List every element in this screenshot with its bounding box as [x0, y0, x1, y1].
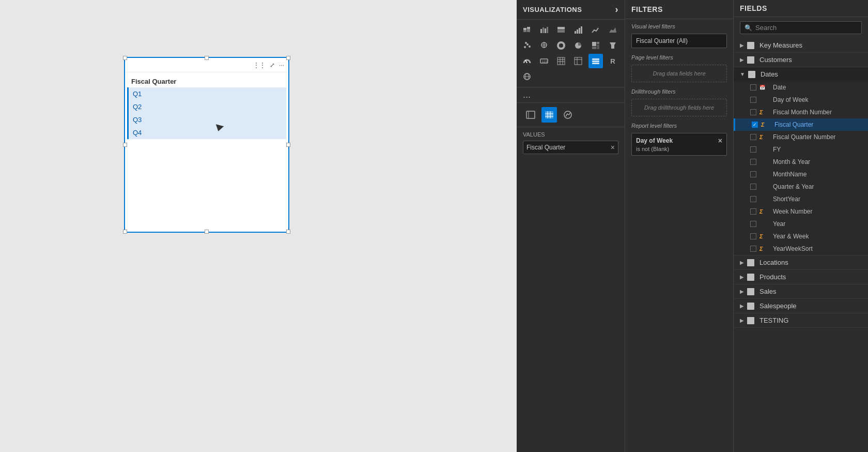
viz-icon-bar-chart[interactable]	[571, 23, 585, 37]
locations-icon	[747, 259, 754, 266]
field-item-quarter-year[interactable]: Quarter & Year	[734, 180, 868, 193]
year-week-checkbox[interactable]	[750, 233, 756, 239]
values-field-close[interactable]: ×	[611, 143, 615, 152]
report-filter-item[interactable]: Day of Week × is not (Blank)	[631, 133, 727, 156]
field-group-testing: ▶ TESTING	[734, 313, 868, 328]
viz-type-field[interactable]	[541, 107, 557, 123]
field-item-date[interactable]: 📅 Date	[734, 81, 868, 94]
products-icon	[747, 274, 754, 281]
field-item-monthname[interactable]: MonthName	[734, 168, 868, 180]
visual-move-icon[interactable]: ⋮⋮	[253, 62, 266, 69]
yearweeksort-label: YearWeekSort	[773, 245, 813, 252]
viz-icon-funnel[interactable]	[606, 38, 620, 53]
fields-search-box[interactable]: 🔍	[740, 21, 862, 34]
field-group-products-header[interactable]: ▶ Products	[734, 270, 868, 284]
month-year-checkbox[interactable]	[750, 159, 756, 165]
resize-handle-bm[interactable]	[205, 230, 209, 234]
visual-header: ⋮⋮ ⤢ ···	[125, 58, 288, 72]
year-checkbox[interactable]	[750, 221, 756, 227]
field-item-fiscal-quarter[interactable]: ✓ Σ Fiscal Quarter	[734, 118, 868, 131]
viz-icon-gauge[interactable]	[520, 54, 534, 68]
fiscal-month-number-checkbox[interactable]	[750, 109, 756, 115]
day-of-week-checkbox[interactable]	[750, 97, 756, 103]
visual-level-chip[interactable]: Fiscal Quarter (All)	[631, 34, 727, 48]
viz-icon-clustered-bar[interactable]	[537, 23, 551, 37]
visualizations-title: VISUALIZATIONS	[523, 6, 582, 13]
field-group-salespeople-header[interactable]: ▶ Salespeople	[734, 299, 868, 313]
fiscal-quarter-number-checkbox[interactable]	[750, 134, 756, 140]
field-group-key-measures-header[interactable]: ▶ Key Measures	[734, 38, 868, 52]
field-group-dates-header[interactable]: ▼ Dates	[734, 67, 868, 81]
viz-more[interactable]: ...	[517, 87, 625, 103]
locations-label: Locations	[760, 259, 788, 266]
field-item-shortyear[interactable]: ShortYear	[734, 193, 868, 205]
slicer-visual[interactable]: ⋮⋮ ⤢ ··· Fiscal Quarter Q1 Q2 Q3 Q4	[124, 57, 289, 233]
viz-icon-100-bar[interactable]	[554, 23, 568, 37]
field-group-testing-header[interactable]: ▶ TESTING	[734, 313, 868, 327]
resize-handle-tr[interactable]	[286, 56, 290, 60]
shortyear-checkbox[interactable]	[750, 196, 756, 202]
viz-icon-card[interactable]: 123	[537, 54, 551, 68]
week-number-checkbox[interactable]	[750, 208, 756, 215]
field-item-year-week[interactable]: Σ Year & Week	[734, 230, 868, 243]
slicer-item-q3[interactable]: Q3	[127, 113, 286, 126]
visualizations-expand-icon[interactable]: ›	[615, 4, 619, 15]
field-item-year[interactable]: Year	[734, 218, 868, 230]
field-item-day-of-week[interactable]: Day of Week	[734, 94, 868, 106]
fiscal-quarter-type-icon: Σ	[761, 122, 771, 128]
viz-icon-matrix[interactable]	[571, 54, 585, 68]
viz-icon-stacked-bar[interactable]	[520, 23, 534, 37]
field-group-sales-header[interactable]: ▶ Sales	[734, 284, 868, 298]
search-input[interactable]	[755, 24, 857, 32]
slicer-item-q2[interactable]: Q2	[127, 100, 286, 113]
visual-more-icon[interactable]: ···	[279, 62, 284, 69]
field-group-customers-header[interactable]: ▶ Customers	[734, 53, 868, 67]
page-drag-zone[interactable]: Drag data fields here	[631, 65, 727, 82]
visual-focus-icon[interactable]: ⤢	[270, 62, 275, 69]
viz-icon-donut[interactable]	[554, 38, 568, 53]
viz-icon-r[interactable]: R	[606, 54, 620, 68]
monthname-checkbox[interactable]	[750, 171, 756, 177]
viz-icon-table[interactable]	[554, 54, 568, 68]
svg-rect-42	[592, 63, 599, 64]
svg-rect-27	[592, 47, 596, 49]
field-item-week-number[interactable]: Σ Week Number	[734, 205, 868, 218]
viz-icon-area-chart[interactable]	[606, 23, 620, 37]
fiscal-quarter-checkbox[interactable]: ✓	[752, 122, 758, 128]
quarter-year-checkbox[interactable]	[750, 184, 756, 190]
date-checkbox[interactable]	[750, 84, 756, 91]
resize-handle-tl[interactable]	[123, 56, 127, 60]
viz-icon-map[interactable]	[537, 38, 551, 53]
slicer-item-q1[interactable]: Q1	[127, 87, 286, 100]
testing-arrow: ▶	[740, 318, 744, 323]
slicer-item-q4[interactable]: Q4	[127, 126, 286, 139]
viz-icon-scatter[interactable]	[520, 38, 534, 53]
yearweeksort-checkbox[interactable]	[750, 246, 756, 252]
resize-handle-mr[interactable]	[286, 143, 290, 147]
fy-checkbox[interactable]	[750, 146, 756, 153]
svg-rect-11	[577, 29, 578, 34]
field-item-fy[interactable]: FY	[734, 143, 868, 156]
viz-icon-line-chart[interactable]	[588, 23, 603, 37]
viz-type-list[interactable]	[523, 107, 538, 123]
field-item-fiscal-month-number[interactable]: Σ Fiscal Month Number	[734, 106, 868, 118]
field-item-fiscal-quarter-number[interactable]: Σ Fiscal Quarter Number	[734, 131, 868, 143]
viz-icon-pie[interactable]	[571, 38, 585, 53]
viz-icon-treemap[interactable]	[588, 38, 603, 53]
canvas-area[interactable]: ⋮⋮ ⤢ ··· Fiscal Quarter Q1 Q2 Q3 Q4	[0, 0, 517, 452]
svg-rect-1	[523, 30, 526, 32]
report-filter-close[interactable]: ×	[718, 137, 722, 145]
svg-rect-13	[581, 26, 582, 34]
resize-handle-br[interactable]	[286, 230, 290, 234]
resize-handle-bl[interactable]	[123, 230, 127, 234]
year-label: Year	[773, 220, 785, 228]
resize-handle-tm[interactable]	[205, 56, 209, 60]
viz-type-chart[interactable]	[560, 107, 576, 123]
field-group-locations-header[interactable]: ▶ Locations	[734, 255, 868, 269]
field-item-yearweeksort[interactable]: Σ YearWeekSort	[734, 243, 868, 255]
viz-icon-globe[interactable]	[520, 69, 534, 84]
resize-handle-ml[interactable]	[123, 143, 127, 147]
drillthrough-drag-zone[interactable]: Drag drillthrough fields here	[631, 99, 727, 116]
field-item-month-year[interactable]: Month & Year	[734, 156, 868, 168]
viz-icon-slicer[interactable]	[588, 54, 603, 68]
